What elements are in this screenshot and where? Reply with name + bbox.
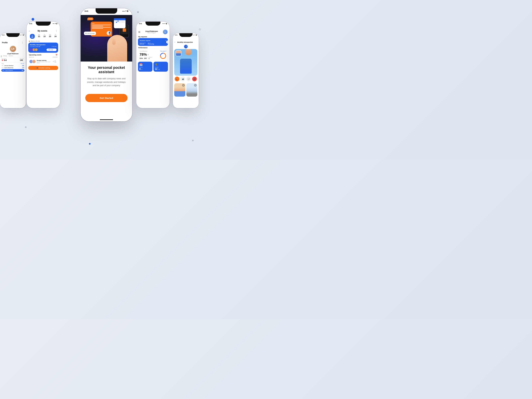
hours-stat: Hours 32/40 (139, 57, 143, 59)
decorative-dot-blue-2 (89, 143, 91, 145)
event-time-2: 10:00 AM (52, 57, 57, 58)
training-card-top: Design training Jessica Anderson, Julia … (29, 60, 57, 63)
phone-notch-4 (146, 22, 160, 25)
day-off-value: 0 (139, 68, 141, 70)
view-all-link[interactable]: View All (21, 63, 24, 64)
join-now-button[interactable]: Join now → (47, 49, 57, 51)
arrow-icon: → (54, 49, 55, 50)
wifi-icon-5: ▾ (195, 34, 195, 36)
event-time-text: In 19 min, 10:00 AM (30, 46, 40, 47)
join-now-label: Join now (48, 49, 53, 50)
status-time-3: 9:41 (85, 10, 88, 12)
add-request-button[interactable]: + (166, 41, 169, 44)
info-cards-row: 📅 Day off 0 / 6 🌴 Vacation 12 / 28 (138, 62, 168, 72)
rank-position-2: 2nd (2, 67, 4, 68)
settings-overlay-1: ⚙ (182, 84, 185, 87)
cal-cell (122, 22, 123, 23)
phone5-content: ‹ Monthly retrospective 🎤 🎤 📹 💬 📵 (173, 40, 199, 108)
pie-svg (107, 31, 111, 35)
tab-settings[interactable]: Settings (3, 55, 7, 57)
day-thursday[interactable]: Th 24 (54, 34, 56, 39)
tab-active[interactable]: s (1, 55, 2, 57)
decorative-dot-blue-1 (32, 18, 34, 21)
hero-hand-illustration (107, 35, 127, 62)
profile-avatar-section: LR Lloyd Robinson (0, 44, 26, 55)
vacation-request-card[interactable]: Vacation request › Request Date 26.03.23… (138, 38, 168, 46)
tab-statistics[interactable]: Statistics (8, 55, 13, 57)
get-started-button[interactable]: Get Started (85, 94, 127, 102)
back-button-5[interactable]: ‹ (175, 41, 175, 43)
status-icons-2: ▪▪▪ ▾ ▮ (52, 23, 57, 25)
hero-card-title: ■ ■ ■ (92, 23, 111, 24)
ranking-icon: 🎯 (2, 59, 3, 61)
main-headline: Your personal pocket assistant (85, 65, 127, 74)
phone-notch-5 (179, 33, 192, 37)
ranking-item-3-active: 3rd Lloyd Robinson 145 (1, 69, 25, 72)
vacation-total: / 28 (158, 69, 160, 70)
mic-icon[interactable]: 🎤 (184, 45, 188, 48)
hero-email-notification: ✉ New message (84, 32, 96, 35)
design-training-card[interactable]: Design training Jessica Anderson, Julia … (28, 59, 58, 64)
orange-dot (29, 41, 30, 42)
day-wednesday[interactable]: We 23 (49, 34, 51, 39)
camera-button[interactable]: 📹 (181, 77, 185, 81)
efficiency-bottom: 78% ∨ Hours 32/40 Activity 58% (139, 52, 166, 59)
event-avatars (30, 48, 38, 51)
dashboard-avatar: L (163, 30, 168, 34)
chat-button[interactable]: 💬 (186, 77, 191, 81)
mute-button[interactable]: 🎤 (175, 77, 179, 81)
training-participants: Jessica Anderson, Julia Foster, Sasha... (37, 61, 52, 63)
wifi-icon-3: ▾ (126, 10, 127, 12)
chat-dots (89, 19, 92, 19)
phone-main: 9:41 ▪▪▪▪ ▾ ▮ ■ ■ ■ (81, 8, 132, 121)
phone-notch-1 (6, 33, 20, 37)
day-tuesday[interactable]: Tu 22 (44, 34, 45, 39)
main-text-section: Your personal pocket assistant Stay up t… (81, 62, 132, 90)
rank-name-3: Lloyd Robinson (5, 70, 21, 71)
day-off-card[interactable]: 📅 Day off 0 / 6 (138, 62, 152, 72)
vacation-label: Vacation (155, 67, 167, 68)
day-label-2: Tu (44, 34, 45, 35)
day-label-3: We (49, 34, 51, 35)
finger-detail (112, 38, 115, 45)
duration-value: 48 min (54, 60, 57, 63)
back-button-2[interactable]: ‹ (29, 30, 30, 32)
day-num-4: 24 (54, 35, 56, 38)
day-sunday[interactable]: Su 20 (30, 34, 35, 39)
status-value: Processing (148, 43, 154, 44)
hero-line-2 (92, 26, 103, 26)
cal-cell (114, 22, 115, 23)
vacation-card[interactable]: 🌴 Vacation 12 / 28 (153, 62, 168, 72)
period-selector[interactable]: This week ▾ (160, 50, 166, 52)
request-status-info: Status Processing (148, 42, 154, 44)
performance-title: Performance (136, 46, 170, 49)
day-monday[interactable]: Mo 21 (38, 34, 40, 39)
my-points-stat: My points 145 (20, 58, 24, 61)
calendar-header (114, 18, 126, 20)
profile-menu-icon[interactable]: ⋮ (21, 41, 24, 44)
phone-events: 9:41 ▪▪▪ ▾ ▮ ‹ My events ⋮ Su 20 Mo 21 T… (27, 22, 60, 108)
day-num-2: 22 (44, 35, 45, 38)
events-menu-icon[interactable]: ⋮ (55, 30, 57, 32)
vacation-value: 12 (155, 68, 158, 70)
ranking-value: 3rd (4, 59, 7, 61)
schedule-meeting-button[interactable]: 👤 Schedule meeting (28, 66, 58, 70)
battery-icon-3: ▮ (127, 10, 128, 12)
hero-calendar (114, 18, 126, 28)
video-controls: 🎤 📹 💬 📵 (173, 76, 199, 82)
phone2-content: ‹ My events ⋮ Su 20 Mo 21 Tu 22 We 23 Th (27, 28, 60, 108)
my-requests-title: My requests (136, 35, 170, 38)
day-off-value-row: 0 / 6 (139, 68, 151, 70)
rank-position-1: 1st (2, 65, 4, 66)
end-call-button[interactable]: 📵 (192, 77, 197, 81)
monthly-retrospective-card[interactable]: Monthly retrospective In 19 min, 10:00 A… (28, 43, 58, 53)
avatar: LR (10, 45, 16, 52)
email-text: New message (87, 33, 95, 34)
training-avatar-2 (32, 60, 36, 63)
day-off-label: Day off (139, 67, 151, 68)
signal-icon-4: ▪▪▪ (162, 23, 164, 25)
chat-dot-2 (90, 19, 91, 19)
vacation-icon: 🌴 (155, 63, 167, 66)
grid-icon[interactable]: ⊞ (138, 31, 140, 33)
rank-score-1: 265 (22, 65, 24, 66)
